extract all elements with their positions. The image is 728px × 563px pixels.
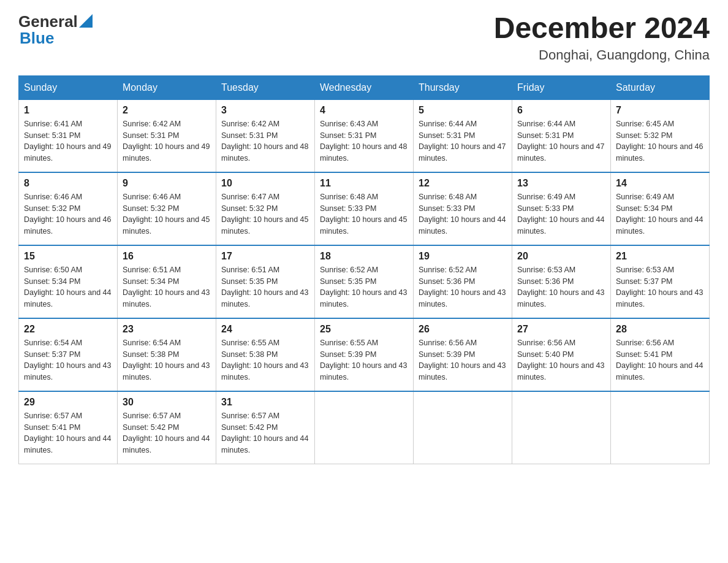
sunrise-label: Sunrise: 6:55 AM [320,339,378,347]
sunrise-label: Sunrise: 6:50 AM [24,266,82,274]
day-info: Sunrise: 6:45 AM Sunset: 5:32 PM Dayligh… [616,118,704,164]
day-info: Sunrise: 6:52 AM Sunset: 5:36 PM Dayligh… [419,264,507,310]
logo-triangle-icon [79,14,93,28]
sunrise-label: Sunrise: 6:56 AM [419,339,477,347]
day-number: 6 [517,105,605,116]
daylight-label: Daylight: 10 hours and 44 minutes. [24,288,111,308]
daylight-label: Daylight: 10 hours and 44 minutes. [517,215,604,236]
sunset-label: Sunset: 5:38 PM [221,350,278,359]
sunrise-label: Sunrise: 6:48 AM [419,193,477,201]
sunset-label: Sunset: 5:42 PM [221,423,278,432]
daylight-label: Daylight: 10 hours and 47 minutes. [419,142,506,163]
day-info: Sunrise: 6:52 AM Sunset: 5:35 PM Dayligh… [320,264,408,310]
sunrise-label: Sunrise: 6:41 AM [24,120,82,128]
day-number: 8 [24,178,112,189]
day-number: 31 [221,397,309,408]
sunrise-label: Sunrise: 6:48 AM [320,193,378,201]
table-row: 27 Sunrise: 6:56 AM Sunset: 5:40 PM Dayl… [512,318,611,391]
sunrise-label: Sunrise: 6:46 AM [123,193,181,201]
table-row: 7 Sunrise: 6:45 AM Sunset: 5:32 PM Dayli… [611,99,710,172]
sunset-label: Sunset: 5:34 PM [24,277,80,286]
sunrise-label: Sunrise: 6:47 AM [221,193,279,201]
calendar-table: Sunday Monday Tuesday Wednesday Thursday… [18,75,710,464]
daylight-label: Daylight: 10 hours and 46 minutes. [616,142,703,163]
day-info: Sunrise: 6:57 AM Sunset: 5:42 PM Dayligh… [123,410,211,456]
table-row: 23 Sunrise: 6:54 AM Sunset: 5:38 PM Dayl… [118,318,216,391]
day-info: Sunrise: 6:41 AM Sunset: 5:31 PM Dayligh… [24,118,112,164]
sunset-label: Sunset: 5:33 PM [419,204,475,213]
day-number: 11 [320,178,408,189]
sunset-label: Sunset: 5:42 PM [123,423,179,432]
day-number: 12 [419,178,507,189]
sunset-label: Sunset: 5:40 PM [517,350,574,359]
day-info: Sunrise: 6:42 AM Sunset: 5:31 PM Dayligh… [123,118,211,164]
table-row: 12 Sunrise: 6:48 AM Sunset: 5:33 PM Dayl… [414,172,512,245]
day-info: Sunrise: 6:42 AM Sunset: 5:31 PM Dayligh… [221,118,309,164]
day-number: 25 [320,324,408,335]
day-info: Sunrise: 6:51 AM Sunset: 5:35 PM Dayligh… [221,264,309,310]
day-info: Sunrise: 6:56 AM Sunset: 5:41 PM Dayligh… [616,337,704,383]
sunset-label: Sunset: 5:35 PM [320,277,376,286]
sunset-label: Sunset: 5:34 PM [616,204,672,213]
table-row: 29 Sunrise: 6:57 AM Sunset: 5:41 PM Dayl… [19,391,118,464]
col-sunday: Sunday [19,75,118,99]
daylight-label: Daylight: 10 hours and 44 minutes. [616,215,703,236]
daylight-label: Daylight: 10 hours and 43 minutes. [221,288,308,308]
table-row: 14 Sunrise: 6:49 AM Sunset: 5:34 PM Dayl… [611,172,710,245]
daylight-label: Daylight: 10 hours and 43 minutes. [123,288,210,308]
day-info: Sunrise: 6:48 AM Sunset: 5:33 PM Dayligh… [320,191,408,237]
sunrise-label: Sunrise: 6:43 AM [320,120,378,128]
table-row: 26 Sunrise: 6:56 AM Sunset: 5:39 PM Dayl… [414,318,512,391]
day-number: 19 [419,251,507,262]
sunrise-label: Sunrise: 6:54 AM [123,339,181,347]
day-number: 23 [123,324,211,335]
day-info: Sunrise: 6:50 AM Sunset: 5:34 PM Dayligh… [24,264,112,310]
col-monday: Monday [118,75,216,99]
day-info: Sunrise: 6:44 AM Sunset: 5:31 PM Dayligh… [517,118,605,164]
table-row: 3 Sunrise: 6:42 AM Sunset: 5:31 PM Dayli… [216,99,315,172]
sunrise-label: Sunrise: 6:45 AM [616,120,674,128]
table-row: 20 Sunrise: 6:53 AM Sunset: 5:36 PM Dayl… [512,245,611,318]
sunset-label: Sunset: 5:41 PM [616,350,672,359]
col-wednesday: Wednesday [315,75,414,99]
table-row: 17 Sunrise: 6:51 AM Sunset: 5:35 PM Dayl… [216,245,315,318]
col-friday: Friday [512,75,611,99]
daylight-label: Daylight: 10 hours and 43 minutes. [24,361,111,381]
day-info: Sunrise: 6:53 AM Sunset: 5:37 PM Dayligh… [616,264,704,310]
table-row: 30 Sunrise: 6:57 AM Sunset: 5:42 PM Dayl… [118,391,216,464]
sunrise-label: Sunrise: 6:51 AM [123,266,181,274]
table-row: 25 Sunrise: 6:55 AM Sunset: 5:39 PM Dayl… [315,318,414,391]
day-info: Sunrise: 6:46 AM Sunset: 5:32 PM Dayligh… [24,191,112,237]
table-row: 6 Sunrise: 6:44 AM Sunset: 5:31 PM Dayli… [512,99,611,172]
table-row: 19 Sunrise: 6:52 AM Sunset: 5:36 PM Dayl… [414,245,512,318]
day-info: Sunrise: 6:57 AM Sunset: 5:41 PM Dayligh… [24,410,112,456]
sunset-label: Sunset: 5:31 PM [123,131,179,140]
calendar-header-row: Sunday Monday Tuesday Wednesday Thursday… [19,75,710,99]
day-info: Sunrise: 6:51 AM Sunset: 5:34 PM Dayligh… [123,264,211,310]
table-row: 16 Sunrise: 6:51 AM Sunset: 5:34 PM Dayl… [118,245,216,318]
day-info: Sunrise: 6:48 AM Sunset: 5:33 PM Dayligh… [419,191,507,237]
sunset-label: Sunset: 5:36 PM [517,277,574,286]
daylight-label: Daylight: 10 hours and 44 minutes. [419,215,506,236]
day-number: 18 [320,251,408,262]
day-number: 16 [123,251,211,262]
table-row: 8 Sunrise: 6:46 AM Sunset: 5:32 PM Dayli… [19,172,118,245]
sunset-label: Sunset: 5:32 PM [123,204,179,213]
day-number: 3 [221,105,309,116]
day-number: 15 [24,251,112,262]
daylight-label: Daylight: 10 hours and 48 minutes. [320,142,407,163]
sunset-label: Sunset: 5:31 PM [419,131,475,140]
sunrise-label: Sunrise: 6:52 AM [419,266,477,274]
day-info: Sunrise: 6:49 AM Sunset: 5:33 PM Dayligh… [517,191,605,237]
daylight-label: Daylight: 10 hours and 44 minutes. [616,361,703,381]
sunrise-label: Sunrise: 6:46 AM [24,193,82,201]
day-number: 30 [123,397,211,408]
daylight-label: Daylight: 10 hours and 43 minutes. [221,361,308,381]
daylight-label: Daylight: 10 hours and 43 minutes. [320,361,407,381]
sunset-label: Sunset: 5:37 PM [616,277,672,286]
sunrise-label: Sunrise: 6:52 AM [320,266,378,274]
calendar-week-row: 22 Sunrise: 6:54 AM Sunset: 5:37 PM Dayl… [19,318,710,391]
daylight-label: Daylight: 10 hours and 45 minutes. [221,215,308,236]
daylight-label: Daylight: 10 hours and 43 minutes. [517,288,604,308]
sunrise-label: Sunrise: 6:57 AM [221,412,279,420]
